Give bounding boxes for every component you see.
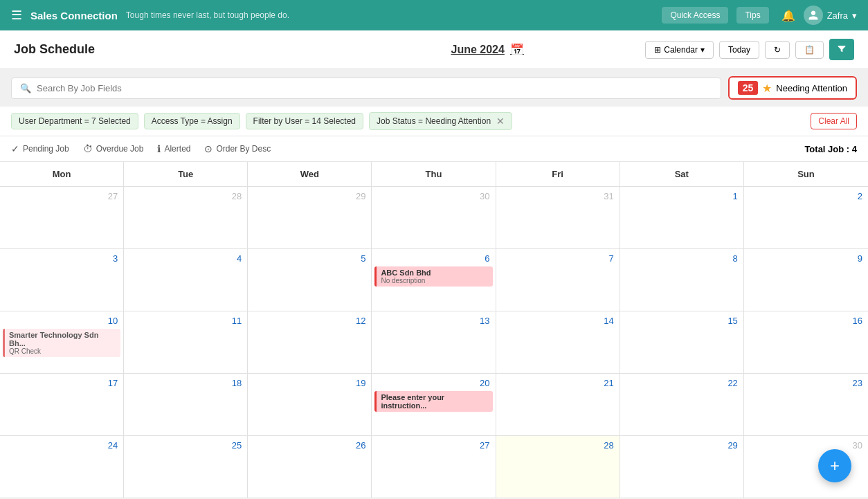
cal-cell-jun3[interactable]: 3: [0, 249, 124, 311]
single-day-button[interactable]: 📋: [795, 41, 824, 59]
bell-icon[interactable]: 🔔: [781, 9, 795, 22]
cal-cell-jun26[interactable]: 26: [248, 436, 372, 498]
cal-cell-jun24[interactable]: 24: [0, 436, 124, 498]
calendar-day-icon: 📋: [804, 45, 815, 55]
refresh-icon: ↻: [774, 45, 781, 55]
page-title: Job Schedule: [14, 42, 329, 57]
cal-cell-jun27[interactable]: 27: [372, 436, 496, 498]
cal-cell-may27[interactable]: 27: [0, 187, 124, 249]
cal-cell-may29[interactable]: 29: [248, 187, 372, 249]
cal-cell-jun1[interactable]: 1: [620, 187, 744, 249]
filter-user-department[interactable]: User Department = 7 Selected: [11, 113, 138, 129]
calendar-icon[interactable]: 📅: [510, 43, 524, 56]
hamburger-icon[interactable]: ☰: [11, 8, 22, 23]
legend-alerted: ℹ Alerted: [157, 143, 190, 154]
needing-attention-badge[interactable]: 25 ★ Needing Attention: [728, 76, 857, 100]
refresh-button[interactable]: ↻: [765, 41, 790, 59]
job-card-instruction[interactable]: Please enter your instruction...: [374, 391, 492, 412]
header-thu: Thu: [372, 162, 496, 186]
header-fri: Fri: [496, 162, 620, 186]
search-row: 🔍 25 ★ Needing Attention: [0, 69, 868, 107]
clear-all-button[interactable]: Clear All: [811, 113, 857, 129]
username: Zafra: [827, 10, 848, 21]
legend-pending: ✓ Pending Job: [11, 143, 69, 154]
month-display: June 2024 📅: [451, 43, 524, 56]
star-icon: ★: [762, 82, 772, 95]
cal-cell-jun21[interactable]: 21: [496, 374, 620, 436]
cal-cell-jun14[interactable]: 14: [496, 311, 620, 374]
add-job-button[interactable]: +: [818, 449, 851, 482]
user-menu[interactable]: Zafra ▾: [804, 6, 857, 25]
header-wed: Wed: [248, 162, 372, 186]
cal-cell-jun9[interactable]: 9: [744, 249, 868, 311]
cal-cell-jun22[interactable]: 22: [620, 374, 744, 436]
total-job-count: Total Job : 4: [804, 144, 857, 154]
filter-job-status[interactable]: Job Status = Needing Attention ✕: [369, 112, 512, 130]
cal-cell-jun19[interactable]: 19: [248, 374, 372, 436]
cal-cell-jun4[interactable]: 4: [124, 249, 248, 311]
grid-icon: ⊞: [654, 45, 661, 55]
header-sun: Sun: [744, 162, 868, 186]
page-header: Job Schedule June 2024 📅 ⊞ Calendar ▾ To…: [0, 30, 868, 69]
alerted-icon: ℹ: [157, 143, 161, 154]
header-sat: Sat: [620, 162, 744, 186]
cal-cell-may31[interactable]: 31: [496, 187, 620, 249]
brand-name: Sales Connection: [30, 10, 118, 21]
cal-cell-jun25[interactable]: 25: [124, 436, 248, 498]
header-mon: Mon: [0, 162, 124, 186]
cal-cell-jun11[interactable]: 11: [124, 311, 248, 374]
calendar-grid: 27 28 29 30 31 1 2 3 4 5 6 ABC Sdn Bhd N…: [0, 187, 868, 498]
job-card-smarter[interactable]: Smarter Technology Sdn Bh... QR Check: [3, 329, 120, 357]
overdue-icon: ⏱: [83, 143, 93, 154]
cal-cell-jun15[interactable]: 15: [620, 311, 744, 374]
dropdown-icon: ▾: [700, 45, 705, 55]
job-card-abc[interactable]: ABC Sdn Bhd No description: [374, 266, 492, 287]
cal-cell-jun8[interactable]: 8: [620, 249, 744, 311]
header-actions: ⊞ Calendar ▾ Today ↻ 📋: [645, 39, 854, 60]
cal-cell-jun5[interactable]: 5: [248, 249, 372, 311]
cal-cell-may28[interactable]: 28: [124, 187, 248, 249]
filter-access-type[interactable]: Access Type = Assign: [144, 113, 240, 129]
attention-label: Needing Attention: [776, 83, 847, 93]
cal-cell-jun18[interactable]: 18: [124, 374, 248, 436]
cal-cell-jun29[interactable]: 29: [620, 436, 744, 498]
legend-overdue: ⏱ Overdue Job: [83, 143, 144, 154]
legend-order: ⊙ Order By Desc: [204, 143, 271, 154]
attention-count: 25: [738, 81, 759, 95]
header-tue: Tue: [124, 162, 248, 186]
cal-cell-may30[interactable]: 30: [372, 187, 496, 249]
tips-button[interactable]: Tips: [736, 7, 768, 24]
calendar-day-headers: Mon Tue Wed Thu Fri Sat Sun: [0, 162, 868, 187]
current-month: June 2024: [451, 44, 505, 56]
filter-user[interactable]: Filter by User = 14 Selected: [246, 113, 363, 129]
pending-icon: ✓: [11, 143, 19, 154]
legend-bar: ✓ Pending Job ⏱ Overdue Job ℹ Alerted ⊙ …: [0, 136, 868, 162]
chevron-down-icon: ▾: [852, 10, 857, 21]
calendar: Mon Tue Wed Thu Fri Sat Sun 27 28 29 30 …: [0, 162, 868, 498]
cal-cell-jun23[interactable]: 23: [744, 374, 868, 436]
tagline: Tough times never last, but tough people…: [126, 10, 654, 20]
filter-button[interactable]: [829, 39, 854, 60]
order-icon: ⊙: [204, 143, 213, 154]
cal-cell-jun12[interactable]: 12: [248, 311, 372, 374]
cal-cell-jun7[interactable]: 7: [496, 249, 620, 311]
today-button[interactable]: Today: [719, 41, 759, 59]
cal-cell-jun2[interactable]: 2: [744, 187, 868, 249]
cal-cell-jun13[interactable]: 13: [372, 311, 496, 374]
cal-cell-jun28[interactable]: 28: [496, 436, 620, 498]
cal-cell-jun17[interactable]: 17: [0, 374, 124, 436]
top-navigation: ☰ Sales Connection Tough times never las…: [0, 0, 868, 30]
cal-cell-jun6[interactable]: 6 ABC Sdn Bhd No description: [372, 249, 496, 311]
remove-job-status-filter[interactable]: ✕: [496, 116, 505, 127]
cal-cell-jun20[interactable]: 20 Please enter your instruction...: [372, 374, 496, 436]
avatar: [804, 6, 823, 25]
quick-access-button[interactable]: Quick Access: [662, 7, 728, 24]
search-input[interactable]: [37, 83, 712, 93]
cal-cell-jun16[interactable]: 16: [744, 311, 868, 374]
search-icon: 🔍: [20, 83, 31, 93]
cal-cell-jun10[interactable]: 10 Smarter Technology Sdn Bh... QR Check: [0, 311, 124, 374]
calendar-view-button[interactable]: ⊞ Calendar ▾: [645, 41, 714, 59]
filter-bar: User Department = 7 Selected Access Type…: [0, 107, 868, 136]
search-box: 🔍: [11, 78, 721, 99]
